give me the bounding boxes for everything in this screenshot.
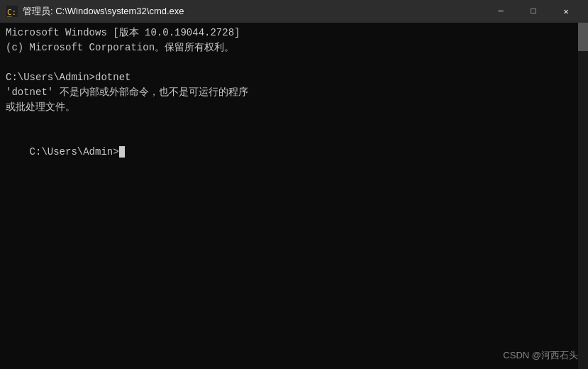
- scrollbar[interactable]: [578, 23, 588, 369]
- terminal-line-2: (c) Microsoft Corporation。保留所有权利。: [6, 40, 582, 55]
- svg-text:_: _: [7, 8, 12, 17]
- watermark: CSDN @河西石头: [503, 348, 578, 363]
- cmd-icon: C: _: [6, 5, 18, 18]
- minimize-button[interactable]: —: [484, 0, 517, 23]
- titlebar-controls: — □ ✕: [484, 0, 582, 23]
- titlebar-title: 管理员: C:\Windows\system32\cmd.exe: [23, 5, 480, 18]
- terminal-line-3: [6, 55, 582, 70]
- terminal-prompt-line: C:\Users\Admin>: [6, 130, 582, 175]
- terminal-line-7: [6, 115, 582, 130]
- terminal-line-6: 或批处理文件。: [6, 100, 582, 115]
- terminal-line-5: 'dotnet' 不是内部或外部命令，也不是可运行的程序: [6, 85, 582, 100]
- terminal-line-1: Microsoft Windows [版本 10.0.19044.2728]: [6, 26, 582, 40]
- titlebar: C: _ 管理员: C:\Windows\system32\cmd.exe — …: [0, 0, 588, 23]
- maximize-button[interactable]: □: [517, 0, 550, 23]
- terminal-cursor: [119, 146, 125, 158]
- terminal-prompt: C:\Users\Admin>: [30, 146, 119, 158]
- terminal-body[interactable]: Microsoft Windows [版本 10.0.19044.2728] (…: [0, 23, 588, 369]
- scrollbar-thumb[interactable]: [578, 23, 588, 51]
- close-button[interactable]: ✕: [550, 0, 582, 23]
- terminal-line-4: C:\Users\Admin>dotnet: [6, 70, 582, 85]
